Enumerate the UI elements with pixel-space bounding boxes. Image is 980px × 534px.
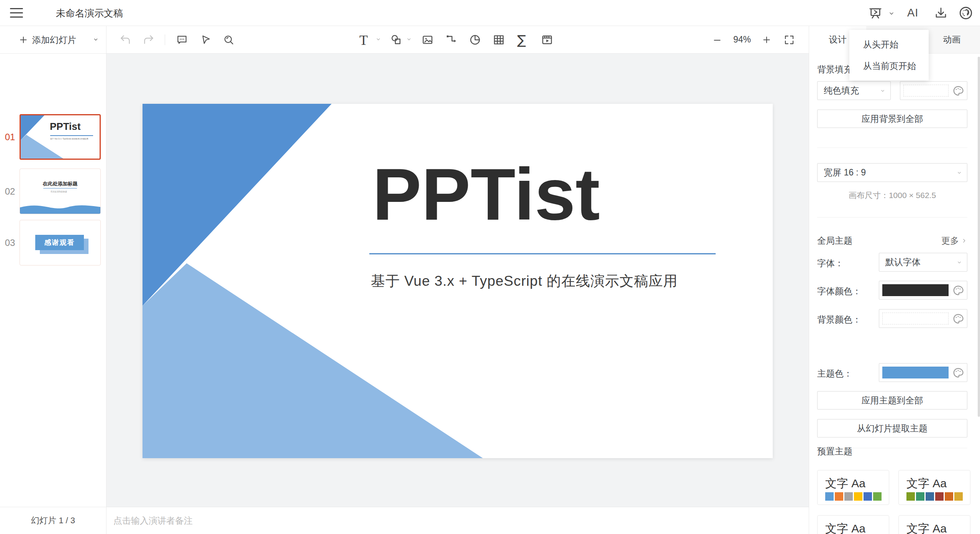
mini-divider-line — [43, 188, 77, 188]
divider — [817, 147, 967, 148]
select-tool-button[interactable] — [200, 34, 211, 46]
insert-chart-button[interactable] — [469, 34, 481, 46]
slide-subtitle-text[interactable]: 基于 Vue 3.x + TypeScript 的在线演示文稿应用 — [371, 272, 678, 291]
shape-tool-button[interactable] — [390, 34, 402, 46]
chevron-down-icon — [956, 170, 962, 175]
present-menu-chevron[interactable] — [887, 10, 896, 17]
mini-slide-subtitle: 基于 Vue 3.x + TypeScript 的在线演示文稿应用 — [50, 138, 88, 140]
color-swatch — [903, 85, 949, 97]
add-slide-button[interactable]: 添加幻灯片 — [18, 34, 76, 46]
menu-item-start-from-beginning[interactable]: 从头开始 — [849, 34, 929, 55]
chevron-down-icon — [375, 36, 382, 42]
slide-thumbnail-panel: 01 PPTist 基于 Vue 3.x + TypeScript 的在线演示文… — [0, 54, 107, 507]
slide-triangle-dark — [143, 104, 332, 306]
slide-thumbnail-2[interactable]: 在此处添加标题 在此处添加副标题 — [20, 169, 101, 214]
add-slide-label: 添加幻灯片 — [32, 34, 76, 46]
speaker-notes-input[interactable]: 点击输入演讲者备注 — [107, 507, 809, 534]
presentation-screen-icon — [868, 7, 883, 20]
font-select[interactable]: 默认字体 — [879, 253, 967, 272]
apply-theme-button[interactable]: 应用主题到全部 — [817, 391, 967, 410]
global-theme-label: 全局主题 — [817, 235, 852, 247]
insert-table-button[interactable] — [493, 34, 505, 46]
insert-image-button[interactable] — [421, 34, 434, 46]
shape-tool-dropdown[interactable] — [405, 36, 413, 42]
slide-divider-line[interactable] — [369, 253, 716, 254]
palette-icon — [952, 285, 964, 296]
github-button[interactable] — [959, 6, 973, 20]
download-icon — [934, 6, 948, 20]
fill-type-value: 纯色填充 — [824, 85, 859, 95]
font-color-label: 字体颜色： — [817, 285, 861, 297]
redo-button[interactable] — [143, 34, 154, 46]
tab-animation[interactable]: 动画 — [923, 26, 980, 54]
comment-icon — [176, 34, 188, 46]
color-swatch — [882, 313, 949, 324]
main-menu-icon[interactable] — [10, 8, 23, 18]
aspect-ratio-select[interactable]: 宽屏 16 : 9 — [817, 163, 967, 182]
search-button[interactable] — [223, 34, 234, 46]
insert-media-button[interactable] — [541, 34, 553, 46]
toolbar-separator — [165, 34, 165, 45]
mini-slide2-subtitle: 在此处添加副标题 — [51, 190, 67, 193]
slide-triangle-light — [143, 263, 483, 458]
shape-icon — [390, 34, 402, 46]
chevron-down-icon — [880, 88, 886, 93]
editor-canvas[interactable]: PPTist 基于 Vue 3.x + TypeScript 的在线演示文稿应用 — [107, 54, 809, 507]
preset-theme-card-2[interactable]: 文字 Aa — [898, 470, 970, 505]
image-icon — [421, 34, 434, 46]
background-color-picker[interactable] — [900, 81, 967, 100]
panel-scrollbar[interactable] — [978, 57, 980, 417]
slide-title-text[interactable]: PPTist — [372, 157, 600, 231]
preset-theme-card-3[interactable]: 文字 Aa — [817, 515, 889, 534]
background-color-label: 背景颜色： — [817, 314, 861, 326]
export-button[interactable] — [934, 6, 948, 20]
add-slide-dropdown[interactable] — [92, 36, 100, 43]
text-tool-dropdown[interactable] — [375, 36, 382, 42]
slide-thumbnail-1[interactable]: PPTist 基于 Vue 3.x + TypeScript 的在线演示文稿应用 — [20, 114, 101, 160]
preset-sample-text: 文字 Aa — [906, 521, 947, 534]
font-color-picker[interactable] — [879, 281, 967, 300]
current-slide[interactable]: PPTist 基于 Vue 3.x + TypeScript 的在线演示文稿应用 — [143, 104, 773, 458]
plus-icon — [18, 35, 28, 45]
theme-color-picker[interactable] — [879, 363, 967, 382]
slide-thumbnail-3[interactable]: 感谢观看 — [20, 220, 101, 265]
search-icon — [223, 34, 234, 46]
present-dropdown-menu: 从头开始 从当前页开始 — [849, 30, 929, 80]
thumbnail-number-3: 03 — [2, 238, 18, 248]
preset-sample-text: 文字 Aa — [906, 476, 947, 491]
notes-comment-button[interactable] — [176, 34, 188, 46]
add-slide-section: 添加幻灯片 — [0, 26, 107, 53]
toolbar: 添加幻灯片 T — [0, 26, 809, 54]
zoom-level[interactable]: 94% — [727, 34, 757, 45]
divider — [817, 217, 967, 218]
chevron-down-icon — [887, 10, 896, 17]
text-tool-button[interactable]: T — [359, 32, 368, 48]
thumbnail-number-1: 01 — [2, 132, 18, 143]
preset-palette — [825, 492, 882, 501]
theme-background-color-picker[interactable] — [879, 309, 967, 328]
extract-theme-button[interactable]: 从幻灯片提取主题 — [817, 419, 967, 437]
slide-counter: 幻灯片 1 / 3 — [0, 507, 107, 534]
ai-button[interactable]: AI — [907, 7, 918, 19]
more-themes-link[interactable]: 更多 — [941, 235, 967, 247]
fit-screen-button[interactable] — [783, 34, 795, 46]
document-title[interactable]: 未命名演示文稿 — [56, 0, 123, 26]
palette-icon — [952, 367, 964, 378]
preset-palette — [906, 492, 963, 501]
plus-icon — [761, 35, 772, 45]
apply-background-button[interactable]: 应用背景到全部 — [817, 110, 967, 128]
present-button[interactable] — [868, 7, 883, 20]
top-bar: 未命名演示文稿 AI — [0, 0, 980, 26]
preset-theme-card-4[interactable]: 文字 Aa — [898, 515, 970, 534]
preset-sample-text: 文字 Aa — [825, 476, 865, 491]
insert-formula-button[interactable]: ∑ — [517, 32, 526, 48]
menu-item-start-from-current[interactable]: 从当前页开始 — [849, 55, 929, 77]
zoom-in-button[interactable] — [761, 35, 772, 45]
preset-theme-card-1[interactable]: 文字 Aa — [817, 470, 889, 505]
zoom-out-button[interactable] — [712, 35, 723, 45]
insert-line-button[interactable] — [445, 34, 457, 46]
chevron-down-icon — [92, 36, 100, 43]
fill-type-select[interactable]: 纯色填充 — [817, 81, 891, 100]
undo-button[interactable] — [120, 34, 131, 46]
canvas-size-text: 画布尺寸：1000 × 562.5 — [817, 190, 967, 201]
